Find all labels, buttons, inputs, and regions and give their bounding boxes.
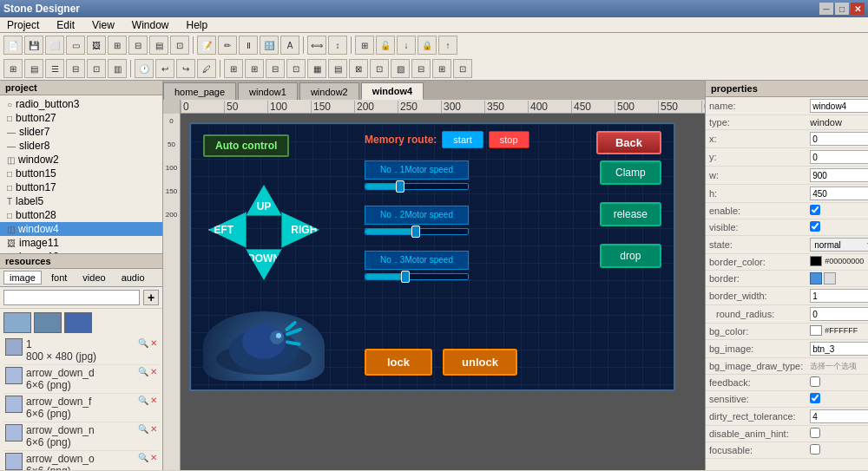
stop-button[interactable]: stop [489, 131, 529, 148]
dpad-down[interactable]: DOWN [241, 249, 286, 280]
prop-value-dirty-rect[interactable] [810, 409, 868, 423]
prop-value-y[interactable] [810, 150, 868, 164]
tb2-grid-e[interactable]: ▦ [307, 59, 326, 78]
auto-control-button[interactable]: Auto control [203, 134, 289, 157]
tree-item-8[interactable]: □ button28 [0, 208, 162, 222]
tab-home-page[interactable]: home_page [163, 82, 236, 100]
tb-save[interactable]: 💾 [24, 36, 43, 55]
tb-text5[interactable]: A [280, 36, 299, 55]
clamp-button[interactable]: Clamp [600, 160, 661, 185]
resource-tab-image[interactable]: image [3, 271, 42, 285]
back-button[interactable]: Back [596, 131, 661, 154]
prop-value-x[interactable] [810, 132, 868, 146]
tb2-5[interactable]: ⊡ [87, 59, 106, 78]
tb2-6[interactable]: ▥ [108, 59, 127, 78]
tree-item-1[interactable]: □ button27 [0, 111, 162, 125]
prop-checkbox-sensitive[interactable] [810, 393, 820, 403]
resource-search-icon-2[interactable]: 🔍 [138, 396, 148, 405]
resource-search-icon-1[interactable]: 🔍 [138, 367, 148, 376]
resource-thumb-1[interactable] [34, 312, 62, 333]
tb2-pen[interactable]: 🖊 [197, 59, 216, 78]
tb-grid3[interactable]: ↓ [397, 36, 416, 55]
tb2-4[interactable]: ⊟ [66, 59, 85, 78]
tree-item-3[interactable]: — slider8 [0, 139, 162, 153]
motor-2-thumb[interactable] [411, 226, 420, 238]
dpad-up[interactable]: UP [241, 185, 286, 216]
prop-value-h[interactable] [810, 186, 868, 200]
prop-value-round-radius[interactable] [810, 307, 868, 321]
tree-item-6[interactable]: □ button17 [0, 180, 162, 194]
tb2-grid-g[interactable]: ⊠ [349, 59, 368, 78]
resource-delete-icon-1[interactable]: ✕ [150, 367, 157, 376]
tb2-grid-l[interactable]: ⊡ [453, 59, 472, 78]
tb-grid4[interactable]: 🔒 [418, 36, 437, 55]
tab-window1[interactable]: window1 [238, 82, 298, 100]
tb-oval[interactable]: ⬜ [45, 36, 64, 55]
prop-value-border-color[interactable]: #00000000 [810, 256, 864, 266]
resource-thumb-0[interactable] [3, 312, 31, 333]
tb-rect[interactable]: ▭ [66, 36, 85, 55]
dpad-right[interactable]: RIGHT [281, 207, 319, 252]
prop-checkbox-enable[interactable] [810, 205, 820, 215]
resource-add-button[interactable]: + [143, 290, 159, 305]
resource-entry-3[interactable]: arrow_down_n 6×6 (png) 🔍 ✕ [3, 422, 159, 451]
prop-select-state[interactable]: normal pressed disabled [810, 238, 868, 252]
menu-window[interactable]: Window [128, 18, 173, 32]
tb-new[interactable]: 📄 [3, 36, 23, 55]
motor-3-thumb[interactable] [401, 271, 410, 283]
resource-tab-video[interactable]: video [76, 271, 111, 285]
tree-item-5[interactable]: □ button15 [0, 167, 162, 180]
tb-grid5[interactable]: ↑ [438, 36, 457, 55]
minimize-button[interactable]: ─ [819, 3, 833, 15]
release-button[interactable]: release [600, 202, 661, 226]
menu-help[interactable]: Help [183, 18, 212, 32]
tb2-time[interactable]: 🕐 [135, 59, 154, 78]
tb2-grid-k[interactable]: ⊞ [432, 59, 451, 78]
resource-delete-icon-3[interactable]: ✕ [150, 424, 157, 434]
tb-grid2[interactable]: 🔓 [376, 36, 395, 55]
border-btn-right[interactable] [824, 272, 836, 285]
border-btn-left[interactable] [810, 272, 822, 285]
resource-entry-1[interactable]: arrow_down_d 6×6 (png) 🔍 ✕ [3, 365, 159, 394]
menu-view[interactable]: View [89, 18, 118, 32]
start-button[interactable]: start [442, 131, 483, 148]
tb-text1[interactable]: 📝 [197, 36, 216, 55]
tb-btn3[interactable]: ▤ [149, 36, 168, 55]
tb2-3[interactable]: ☰ [45, 59, 64, 78]
prop-value-bg-image[interactable] [810, 342, 868, 356]
resource-delete-icon-0[interactable]: ✕ [150, 338, 157, 348]
tb2-grid-h[interactable]: ⊡ [370, 59, 389, 78]
tb2-grid-b[interactable]: ⊞ [245, 59, 264, 78]
tb2-grid-c[interactable]: ⊟ [266, 59, 285, 78]
tb2-grid-d[interactable]: ⊡ [286, 59, 306, 78]
tb-img[interactable]: 🖼 [87, 36, 106, 55]
tree-item-10[interactable]: 🖼 image11 [0, 236, 162, 250]
tb-grid1[interactable]: ⊞ [355, 36, 374, 55]
menu-edit[interactable]: Edit [53, 18, 78, 32]
resource-tab-audio[interactable]: audio [115, 271, 151, 285]
tab-window4[interactable]: window4 [361, 82, 424, 100]
drop-button[interactable]: drop [600, 244, 661, 268]
resource-search-input[interactable] [3, 290, 140, 305]
resource-search-icon-0[interactable]: 🔍 [138, 338, 148, 348]
tb2-redo[interactable]: ↪ [176, 59, 195, 78]
tree-item-9[interactable]: ◫ window4 [0, 222, 162, 236]
tb2-1[interactable]: ⊞ [3, 59, 23, 78]
tb2-undo[interactable]: ↩ [155, 59, 174, 78]
prop-checkbox-disable-anim[interactable] [810, 428, 820, 438]
prop-value-bg-color[interactable]: #FFFFFF [810, 325, 858, 336]
resource-tab-font[interactable]: font [45, 271, 73, 285]
prop-value-border-width[interactable] [810, 289, 868, 303]
tb-align2[interactable]: ↕ [328, 36, 347, 55]
canvas-viewport[interactable]: Auto control Memory route: start stop Ba… [181, 114, 705, 470]
tb2-grid-f[interactable]: ▤ [328, 59, 347, 78]
tb2-grid-j[interactable]: ⊟ [411, 59, 431, 78]
tab-window2[interactable]: window2 [299, 82, 359, 100]
tb2-2[interactable]: ▤ [24, 59, 43, 78]
menu-project[interactable]: Project [3, 18, 43, 32]
resource-entry-0[interactable]: 1 800 × 480 (jpg) 🔍 ✕ [3, 337, 159, 365]
motor-1-slider[interactable] [365, 183, 469, 190]
close-button[interactable]: ✕ [851, 3, 865, 15]
tb-btn4[interactable]: ⊡ [170, 36, 189, 55]
resource-search-icon-4[interactable]: 🔍 [138, 453, 148, 462]
